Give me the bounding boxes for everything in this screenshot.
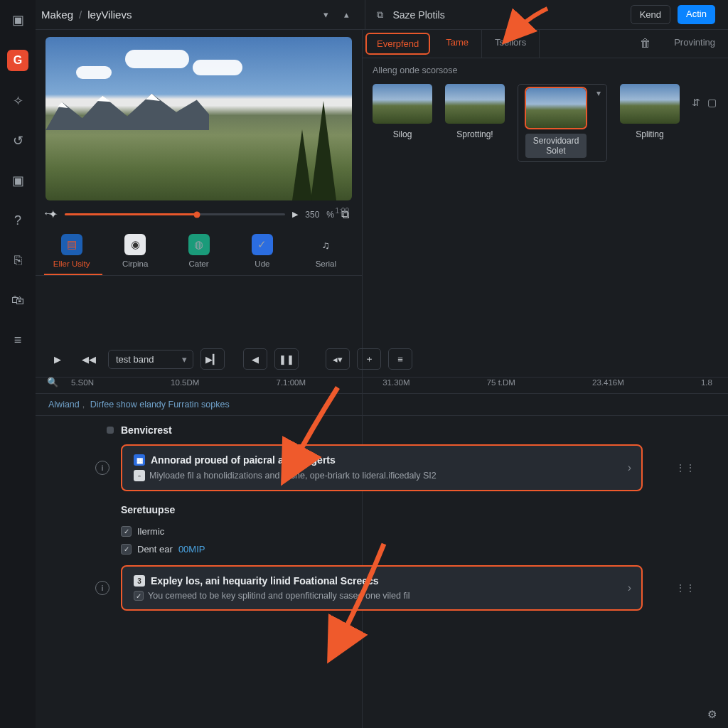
primary-action-button[interactable]: Actin — [678, 5, 715, 24]
more-icon[interactable]: ⋮⋮ — [675, 582, 695, 594]
tool-tab-ude[interactable]: ✓ Ude — [230, 230, 294, 275]
card-subtitle: Miyloade fil a honolidizations and Clshe… — [149, 471, 437, 481]
tool-tab-serial[interactable]: ♫ Serial — [294, 230, 358, 275]
picker-button[interactable]: ◂▾ — [326, 348, 350, 370]
tool-tab-eller-usity[interactable]: ▤ Eller Usity — [40, 230, 103, 275]
thumb-spliting[interactable]: Spliting — [620, 84, 680, 162]
card-title: Annorad proued of paicral and brigerts — [151, 454, 336, 466]
tool-tab-cater[interactable]: ◍ Cater — [167, 230, 230, 275]
sub-icon: ▫ — [134, 470, 145, 481]
cam-icon: ◉ — [124, 234, 146, 255]
store-icon[interactable]: 🛍 — [8, 290, 28, 310]
tool-tab-label: Serial — [316, 259, 336, 268]
svg-marker-1 — [97, 95, 111, 102]
sort-icon[interactable]: ⇵ — [692, 97, 700, 108]
tab-provinting[interactable]: Provinting — [661, 30, 728, 58]
pause-button[interactable]: ❚❚ — [274, 348, 299, 370]
checkbox-icon: ✓ — [134, 591, 144, 601]
tab-tame[interactable]: Tame — [433, 30, 482, 58]
brand-logo[interactable]: G — [7, 50, 28, 71]
scrub-track[interactable] — [65, 213, 285, 215]
doc-icon: ▤ — [61, 234, 82, 255]
layout-icon[interactable]: ▢ — [707, 97, 717, 108]
tick-label: 23.416M — [592, 378, 624, 387]
app-menu-icon[interactable]: ▣ — [8, 10, 28, 30]
tool-tab-cirpina[interactable]: ◉ Cirpina — [103, 230, 166, 275]
crumb-a: Alwiand — [48, 400, 80, 410]
clip-card-1[interactable]: ▦ Annorad proued of paicral and brigerts… — [121, 444, 643, 491]
tick-label: 31.30M — [382, 378, 410, 387]
more-icon[interactable]: ⋮⋮ — [675, 462, 695, 473]
checkbox-icon: ✓ — [121, 526, 132, 537]
delete-icon[interactable]: 🗑 — [630, 30, 661, 58]
search-icon[interactable]: 🔍 — [47, 377, 58, 387]
panel-title-label: Saze Plotils — [393, 9, 445, 21]
secondary-action-button[interactable]: Kend — [631, 5, 670, 24]
rewind-button[interactable]: ◀◀ — [77, 348, 101, 370]
next-button[interactable]: ▶▎ — [200, 348, 225, 370]
info-icon[interactable]: i — [95, 581, 109, 595]
check-dentear[interactable]: ✓ Dent ear 00MIP — [121, 540, 643, 558]
collapse-up-icon[interactable]: ▴ — [338, 6, 355, 23]
video-preview[interactable] — [46, 37, 352, 200]
timeline-breadcrumb[interactable]: Alwiand, Dirfee show elandy Furratin sop… — [36, 394, 728, 416]
play-button[interactable]: ▶ — [46, 348, 70, 370]
tool-tab-label: Eller Usity — [53, 259, 90, 268]
thumb-silog[interactable]: Silog — [373, 84, 432, 162]
check-ilermic[interactable]: ✓ Ilermic — [121, 523, 643, 540]
thumb-sprotting[interactable]: Sprotting! — [445, 84, 505, 162]
tick-label: 7.1:00M — [277, 378, 306, 387]
section-title: Seretuupse — [121, 504, 643, 515]
refresh-icon[interactable]: ↺ — [8, 131, 28, 151]
thumb-label: Silog — [393, 129, 412, 139]
step-back-button[interactable]: ◀ — [243, 348, 267, 370]
tool-tabs: ▤ Eller Usity ◉ Cirpina ◍ Cater ✓ Ude ♫ — [36, 224, 362, 276]
title-separator: / — [79, 9, 82, 21]
thumb-label: Serovidoard Solet — [525, 134, 587, 158]
hamburger-icon[interactable]: ≡ — [8, 330, 28, 350]
terminal-icon[interactable]: ▣ — [8, 171, 28, 191]
scrub-value: 350 — [305, 210, 319, 220]
check-label: Ilermic — [137, 526, 164, 537]
collapse-down-icon[interactable]: ▾ — [318, 6, 334, 23]
timecode-label: 1:00 — [336, 207, 349, 215]
add-button[interactable]: ＋ — [357, 348, 381, 370]
scrub-bar: ✦ ▶ 350 % ⧉ — [36, 200, 362, 224]
title-part-a: Makeg — [41, 9, 73, 21]
clip-card-2[interactable]: 3 Expley los, ani hequarity linid Foatio… — [121, 565, 643, 611]
thumbnail-grid: Silog Sprotting! Serovidoard Solet Split… — [363, 80, 728, 166]
list-button[interactable]: ≡ — [388, 348, 412, 370]
timeline-panel: 🔍 5.S0N 10.5DM 7.1:00M 31.30M 75 t.DM 23… — [36, 371, 728, 728]
tool-tab-label: Cater — [188, 259, 208, 268]
tick-label: 1.8 — [701, 378, 712, 387]
card-title: Expley los, ani hequarity linid Foationa… — [151, 575, 379, 587]
title-part-b: leyVilievs — [87, 9, 132, 21]
crumb-b: Dirfee show elandy Furratin sopkes — [90, 400, 230, 410]
info-icon[interactable]: i — [95, 461, 109, 475]
globe-icon: ◍ — [188, 234, 210, 255]
section-title: Benvicrest — [121, 424, 172, 436]
panel-tabs: Everpfend Tame Tsellors 🗑 Provinting — [363, 30, 728, 58]
play-inline-icon[interactable]: ▶ — [292, 210, 298, 219]
bullet-icon — [107, 427, 114, 434]
track-select[interactable]: test band — [108, 350, 193, 369]
checkbox-icon: ✓ — [121, 544, 132, 555]
left-nav-rail: ▣ G ✧ ↺ ▣ ? ⎘ 🛍 ≡ — [0, 0, 36, 728]
chevron-right-icon: › — [628, 461, 631, 474]
check-icon: ✓ — [252, 234, 273, 255]
help-icon[interactable]: ? — [8, 210, 28, 230]
settings-icon[interactable]: ✧ — [8, 91, 28, 111]
thumb-serovidoard[interactable]: Serovidoard Solet — [518, 84, 607, 162]
tick-label: 5.S0N — [71, 378, 94, 387]
clip-icon: ▦ — [134, 454, 145, 466]
clipboard-icon[interactable]: ⎘ — [8, 250, 28, 270]
card-subtitle: You cemeed to be key splitind and openfi… — [148, 591, 410, 601]
back-button[interactable]: ← — [43, 207, 54, 220]
panel-title-icon: ⧉ — [371, 6, 389, 23]
thumb-label: Sprotting! — [456, 129, 493, 139]
tab-everpfend[interactable]: Everpfend — [365, 33, 430, 55]
music-icon: ♫ — [315, 234, 336, 255]
chevron-right-icon: › — [628, 582, 631, 594]
tick-label: 10.5DM — [171, 378, 199, 387]
tab-tsellors[interactable]: Tsellors — [482, 30, 540, 58]
